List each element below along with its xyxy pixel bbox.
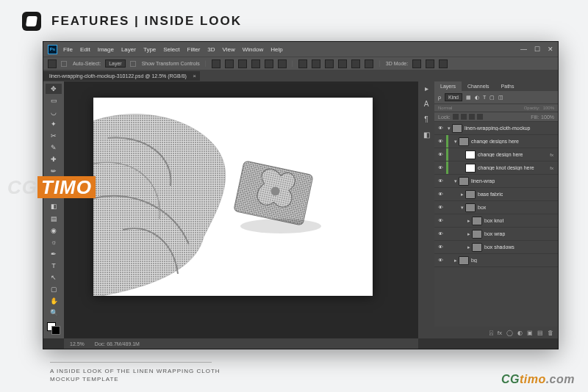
dodge-tool[interactable]: ☼ xyxy=(46,237,62,247)
layer-row[interactable]: 👁▾change designs here xyxy=(434,135,558,148)
visibility-toggle[interactable]: 👁 xyxy=(434,152,446,157)
maximize-icon[interactable]: ☐ xyxy=(534,46,540,53)
opacity-input[interactable]: 100% xyxy=(543,106,554,110)
align-icon[interactable] xyxy=(238,59,247,68)
transform-checkbox[interactable] xyxy=(130,61,136,67)
eyedropper-tool[interactable]: ✎ xyxy=(46,142,62,153)
layer-name[interactable]: box knot xyxy=(484,218,503,223)
menu-edit[interactable]: Edit xyxy=(80,46,90,53)
expand-arrow-icon[interactable]: ▾ xyxy=(453,139,459,145)
layer-name[interactable]: change design here xyxy=(478,152,523,157)
align-icon[interactable] xyxy=(225,59,234,68)
layer-row[interactable]: 👁▾linen-wrap xyxy=(434,175,558,188)
layer-name[interactable]: linen-wrapping-cloth-mockup xyxy=(465,126,531,131)
autoselect-checkbox[interactable] xyxy=(61,61,67,67)
gradient-tool[interactable]: ▤ xyxy=(46,214,62,224)
align-icon[interactable] xyxy=(251,59,260,68)
menu-type[interactable]: Type xyxy=(143,46,156,53)
background-color[interactable] xyxy=(51,326,60,335)
expand-arrow-icon[interactable]: ▸ xyxy=(453,258,459,264)
wand-tool[interactable]: ✦ xyxy=(46,119,62,129)
crop-tool[interactable]: ✂ xyxy=(46,131,62,141)
new-layer-icon[interactable]: ▤ xyxy=(537,330,543,336)
type-tool[interactable]: T xyxy=(46,261,62,271)
delete-layer-icon[interactable]: 🗑 xyxy=(548,330,553,336)
3d-icon[interactable] xyxy=(426,59,434,68)
align-icon[interactable] xyxy=(265,59,273,68)
move-tool[interactable]: ✥ xyxy=(46,84,62,94)
layer-tree[interactable]: 👁▾linen-wrapping-cloth-mockup👁▾change de… xyxy=(434,122,558,327)
align-icon[interactable] xyxy=(212,59,220,68)
minimize-icon[interactable]: — xyxy=(520,46,527,53)
tab-paths[interactable]: Paths xyxy=(495,81,520,91)
distribute-icon[interactable] xyxy=(351,59,360,68)
filter-adjust-icon[interactable]: ◐ xyxy=(475,95,479,101)
menu-filter[interactable]: Filter xyxy=(187,46,201,53)
path-tool[interactable]: ↖ xyxy=(46,272,62,283)
lock-position-icon[interactable] xyxy=(469,114,475,120)
lock-transparent-icon[interactable] xyxy=(453,114,459,120)
lasso-tool[interactable]: ◡ xyxy=(46,107,62,117)
layer-name[interactable]: linen-wrap xyxy=(471,178,495,184)
zoom-level[interactable]: 12.5% xyxy=(70,341,85,346)
visibility-toggle[interactable]: 👁 xyxy=(434,178,446,184)
move-tool-icon[interactable] xyxy=(48,59,57,68)
blend-mode-dropdown[interactable]: Normal xyxy=(438,106,521,110)
expand-arrow-icon[interactable]: ▸ xyxy=(466,244,472,250)
group-icon[interactable]: ▣ xyxy=(527,330,533,336)
expand-arrow-icon[interactable]: ▸ xyxy=(466,218,472,224)
layer-name[interactable]: bg xyxy=(471,258,477,263)
expand-arrow-icon[interactable]: ▾ xyxy=(459,205,465,211)
visibility-toggle[interactable]: 👁 xyxy=(434,244,446,250)
swatches-panel-icon[interactable]: ◧ xyxy=(423,131,430,139)
menu-layer[interactable]: Layer xyxy=(121,46,136,53)
layer-row[interactable]: 👁▾linen-wrapping-cloth-mockup xyxy=(434,122,558,135)
menu-view[interactable]: View xyxy=(223,46,235,53)
visibility-toggle[interactable]: 👁 xyxy=(434,139,446,144)
history-panel-icon[interactable]: ▸ xyxy=(425,84,429,92)
zoom-tool[interactable]: 🔍 xyxy=(46,308,62,318)
layer-name[interactable]: base fabric xyxy=(478,192,503,197)
menu-3d[interactable]: 3D xyxy=(207,46,215,53)
layer-row[interactable]: 👁▸box knot xyxy=(434,214,558,228)
visibility-toggle[interactable]: 👁 xyxy=(434,205,446,210)
layer-row[interactable]: 👁▾box xyxy=(434,201,558,214)
layer-mask-icon[interactable]: ◯ xyxy=(506,330,513,336)
blur-tool[interactable]: ◉ xyxy=(46,225,62,236)
hand-tool[interactable]: ✋ xyxy=(46,296,62,306)
expand-arrow-icon[interactable]: ▸ xyxy=(459,192,465,197)
tab-close-icon[interactable]: × xyxy=(193,73,196,79)
menu-window[interactable]: Window xyxy=(243,46,263,53)
filter-smart-icon[interactable]: ◫ xyxy=(498,95,503,101)
menu-file[interactable]: File xyxy=(63,46,73,53)
brush-tool[interactable]: ✏ xyxy=(46,166,62,176)
3d-icon[interactable] xyxy=(439,59,448,68)
color-swatches[interactable] xyxy=(46,321,62,336)
distribute-icon[interactable] xyxy=(298,59,307,68)
layer-row[interactable]: 👁change design herefx xyxy=(434,148,558,161)
filter-pixel-icon[interactable]: ▦ xyxy=(466,95,471,101)
autoselect-dropdown[interactable]: Layer xyxy=(105,59,126,68)
layer-name[interactable]: change knot design here xyxy=(478,165,534,170)
visibility-toggle[interactable]: 👁 xyxy=(434,231,446,236)
eraser-tool[interactable]: ◧ xyxy=(46,201,62,211)
visibility-toggle[interactable]: 👁 xyxy=(434,165,446,170)
layer-fx-icon[interactable]: fx xyxy=(498,330,502,336)
document-tab[interactable]: linen-wrapping-cloth-mockup-310122.psd @… xyxy=(43,71,200,81)
expand-arrow-icon[interactable]: ▾ xyxy=(446,126,452,131)
link-layers-icon[interactable]: ⍓ xyxy=(490,330,493,336)
adjustment-layer-icon[interactable]: ◐ xyxy=(517,330,523,336)
layer-row[interactable]: 👁▸box shadows xyxy=(434,241,558,254)
distribute-icon[interactable] xyxy=(338,59,347,68)
menu-image[interactable]: Image xyxy=(98,46,114,53)
visibility-toggle[interactable]: 👁 xyxy=(434,258,446,263)
lock-all-icon[interactable] xyxy=(477,114,483,120)
tab-layers[interactable]: Layers xyxy=(434,81,462,91)
menu-select[interactable]: Select xyxy=(163,46,179,53)
tab-channels[interactable]: Channels xyxy=(462,81,495,91)
distribute-icon[interactable] xyxy=(312,59,320,68)
doc-size[interactable]: Doc: 68.7M/489.1M xyxy=(95,341,140,346)
layer-name[interactable]: box shadows xyxy=(484,244,514,250)
distribute-icon[interactable] xyxy=(365,59,373,68)
visibility-toggle[interactable]: 👁 xyxy=(434,126,446,131)
